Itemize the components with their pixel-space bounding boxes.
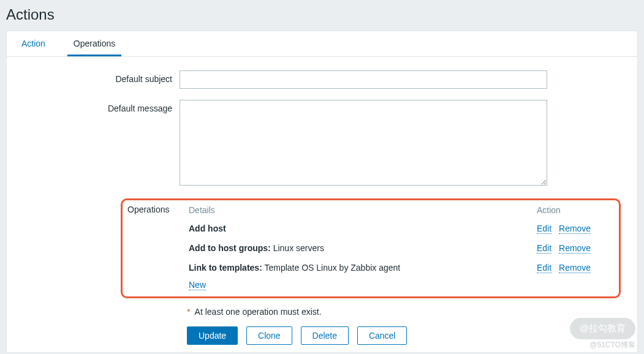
required-note-text: At least one operation must exist. bbox=[195, 307, 322, 317]
delete-button[interactable]: Delete bbox=[301, 326, 349, 345]
op-value: Template OS Linux by Zabbix agent bbox=[264, 263, 400, 273]
remove-link[interactable]: Remove bbox=[559, 224, 591, 234]
default-subject-input[interactable] bbox=[180, 70, 547, 89]
label-default-message: Default message bbox=[21, 100, 180, 113]
clone-button[interactable]: Clone bbox=[246, 326, 292, 345]
operations-box: Operations Details Action Add host Edit … bbox=[121, 198, 621, 298]
row-default-subject: Default subject bbox=[21, 70, 623, 89]
op-label: Add to host groups: bbox=[189, 243, 271, 253]
watermark-badge: @拉勾教育 bbox=[570, 318, 635, 339]
op-label: Link to templates: bbox=[189, 263, 262, 273]
label-default-subject: Default subject bbox=[21, 70, 180, 84]
cancel-button[interactable]: Cancel bbox=[357, 326, 407, 345]
tab-operations[interactable]: Operations bbox=[67, 31, 121, 56]
tab-bar: Action Operations bbox=[7, 31, 637, 57]
page-title: Actions bbox=[0, 0, 644, 31]
asterisk-icon: * bbox=[187, 307, 190, 317]
operations-label-text: Operations bbox=[127, 205, 169, 214]
panel: Action Operations Default subject Defaul… bbox=[6, 31, 638, 353]
remove-link[interactable]: Remove bbox=[559, 243, 591, 254]
form-area: Default subject Default message Operatio… bbox=[7, 57, 637, 352]
op-value: Linux servers bbox=[273, 243, 324, 253]
edit-link[interactable]: Edit bbox=[537, 243, 551, 254]
op-label: Add host bbox=[189, 224, 226, 233]
col-head-details: Details bbox=[189, 205, 537, 215]
remove-link[interactable]: Remove bbox=[559, 263, 591, 273]
new-operation-link[interactable]: New bbox=[189, 280, 206, 290]
default-message-textarea[interactable] bbox=[180, 100, 547, 186]
row-operations: Operations Details Action Add host Edit … bbox=[21, 198, 623, 298]
watermark-text: @51CTO博客 bbox=[589, 340, 635, 350]
edit-link[interactable]: Edit bbox=[537, 224, 551, 234]
update-button[interactable]: Update bbox=[187, 326, 238, 345]
edit-link[interactable]: Edit bbox=[537, 263, 551, 273]
row-default-message: Default message bbox=[21, 100, 623, 187]
table-row: Link to templates: Template OS Linux by … bbox=[189, 258, 610, 277]
table-row: Add host Edit Remove bbox=[189, 219, 610, 238]
col-head-action: Action bbox=[537, 205, 610, 215]
button-row: Update Clone Delete Cancel bbox=[187, 317, 623, 345]
operations-table-head: Details Action bbox=[189, 205, 610, 219]
required-note: * At least one operation must exist. bbox=[187, 298, 623, 317]
table-row: Add to host groups: Linux servers Edit R… bbox=[189, 238, 610, 258]
tab-action[interactable]: Action bbox=[15, 31, 51, 56]
